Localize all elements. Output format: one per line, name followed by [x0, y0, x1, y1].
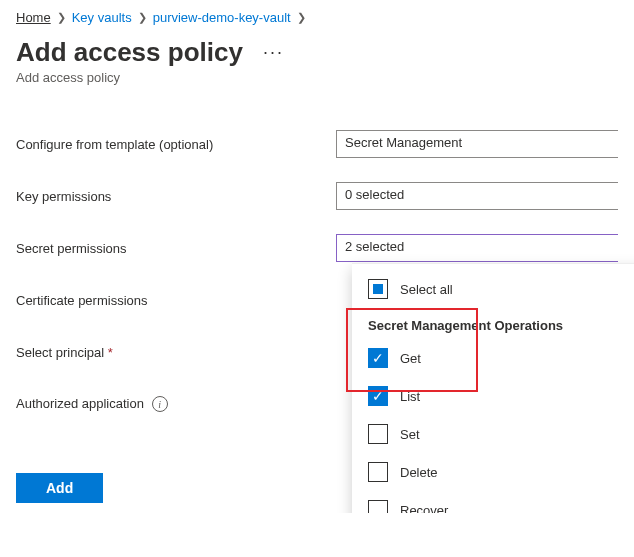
option-recover[interactable]: Recover — [352, 491, 634, 513]
key-permissions-label: Key permissions — [16, 189, 336, 204]
key-permissions-select[interactable]: 0 selected — [336, 182, 618, 210]
breadcrumb-home[interactable]: Home — [16, 10, 51, 25]
info-icon[interactable]: i — [152, 396, 168, 412]
secret-permissions-row: Secret permissions 2 selected — [16, 235, 618, 261]
checkbox-empty-icon — [368, 424, 388, 444]
template-row: Configure from template (optional) Secre… — [16, 131, 618, 157]
checkbox-checked-icon: ✓ — [368, 386, 388, 406]
chevron-right-icon: ❯ — [297, 11, 306, 24]
certificate-permissions-label: Certificate permissions — [16, 293, 336, 308]
section-header: Secret Management Operations — [352, 308, 634, 339]
option-get[interactable]: ✓ Get — [352, 339, 634, 377]
template-select[interactable]: Secret Management — [336, 130, 618, 158]
chevron-right-icon: ❯ — [138, 11, 147, 24]
option-delete-label: Delete — [400, 465, 438, 480]
secret-permissions-label: Secret permissions — [16, 241, 336, 256]
option-delete[interactable]: Delete — [352, 453, 634, 491]
option-set[interactable]: Set — [352, 415, 634, 453]
add-button[interactable]: Add — [16, 473, 103, 503]
option-recover-label: Recover — [400, 503, 448, 514]
secret-permissions-dropdown: Select all Secret Management Operations … — [352, 263, 634, 513]
page-title: Add access policy ··· — [16, 37, 618, 68]
breadcrumb-keyvaults[interactable]: Key vaults — [72, 10, 132, 25]
chevron-right-icon: ❯ — [57, 11, 66, 24]
secret-permissions-select[interactable]: 2 selected — [336, 234, 618, 262]
option-list-label: List — [400, 389, 420, 404]
checkbox-empty-icon — [368, 500, 388, 513]
breadcrumb: Home ❯ Key vaults ❯ purview-demo-key-vau… — [16, 10, 618, 25]
breadcrumb-vault[interactable]: purview-demo-key-vault — [153, 10, 291, 25]
checkbox-checked-icon: ✓ — [368, 348, 388, 368]
select-all-label: Select all — [400, 282, 453, 297]
more-actions-icon[interactable]: ··· — [263, 42, 284, 63]
page-subtitle: Add access policy — [16, 70, 618, 85]
option-get-label: Get — [400, 351, 421, 366]
checkbox-empty-icon — [368, 462, 388, 482]
select-all-option[interactable]: Select all — [352, 270, 634, 308]
template-label: Configure from template (optional) — [16, 137, 336, 152]
key-permissions-row: Key permissions 0 selected — [16, 183, 618, 209]
authorized-app-label: Authorized application i — [16, 396, 336, 413]
page-title-text: Add access policy — [16, 37, 243, 68]
checkbox-indeterminate-icon — [368, 279, 388, 299]
required-icon: * — [108, 345, 113, 360]
option-list[interactable]: ✓ List — [352, 377, 634, 415]
authorized-app-text: Authorized application — [16, 396, 144, 411]
option-set-label: Set — [400, 427, 420, 442]
select-principal-label: Select principal * — [16, 345, 336, 360]
select-principal-text: Select principal — [16, 345, 104, 360]
